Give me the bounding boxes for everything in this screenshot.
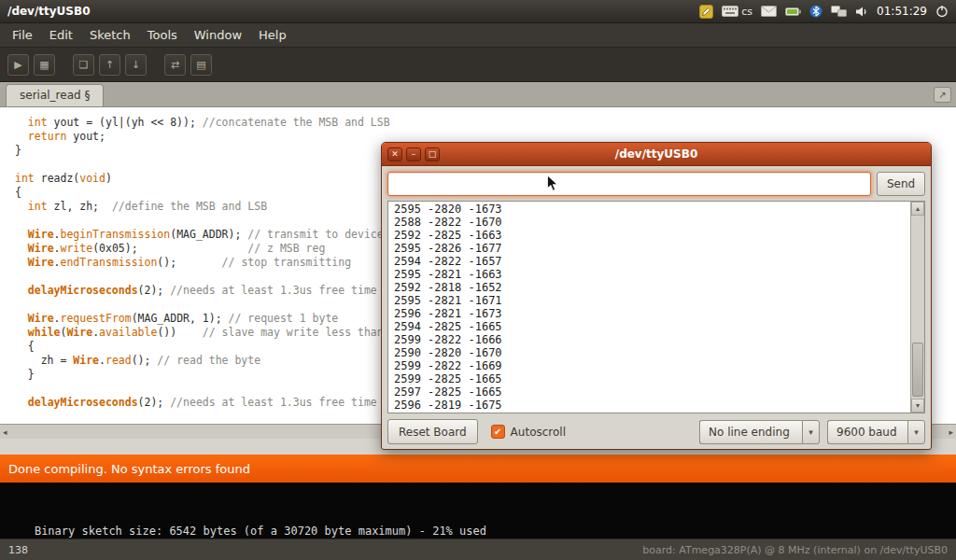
serial-input-row: Send <box>387 172 925 196</box>
volume-icon[interactable] <box>855 6 868 18</box>
compile-status-message: Done compiling. No syntax errors found <box>8 462 250 476</box>
send-button[interactable]: Send <box>877 172 925 196</box>
serial-vertical-scrollbar[interactable]: ▴ ▾ <box>910 202 924 413</box>
serial-output-line: 2595 -2821 -1671 <box>394 294 921 307</box>
scroll-left-icon[interactable]: ◂ <box>3 427 7 437</box>
menu-window[interactable]: Window <box>186 24 250 46</box>
tab-serial-read[interactable]: serial_read § <box>6 84 104 106</box>
menu-tools[interactable]: Tools <box>139 24 186 46</box>
maximize-button[interactable]: □ <box>425 147 440 161</box>
chevron-down-icon[interactable]: ▾ <box>802 420 820 444</box>
autoscroll-label: Autoscroll <box>511 426 566 439</box>
scrollbar-thumb[interactable] <box>912 343 923 397</box>
open-button[interactable]: ↑ <box>99 54 120 76</box>
serial-output-area[interactable]: 2595 -2820 -16732588 -2822 -16702592 -28… <box>387 201 925 413</box>
stop-button[interactable]: ▦ <box>34 54 55 76</box>
serial-monitor-window: /dev/ttyUSB0 ✕ – □ Send 2595 -2820 -1673… <box>381 142 932 450</box>
power-icon[interactable] <box>935 5 949 18</box>
serial-monitor-button[interactable]: ▤ <box>190 54 212 76</box>
mouse-cursor <box>546 175 558 196</box>
serial-monitor-titlebar[interactable]: /dev/ttyUSB0 ✕ – □ <box>382 143 931 166</box>
menubar: FileEditSketchToolsWindowHelp <box>0 23 956 48</box>
new-sketch-button[interactable]: ❏ <box>73 54 94 76</box>
notes-indicator-icon[interactable] <box>699 5 713 19</box>
line-ending-select[interactable]: No line ending ▾ <box>699 420 820 444</box>
scroll-down-icon[interactable]: ▾ <box>911 399 924 413</box>
menu-edit[interactable]: Edit <box>41 24 81 46</box>
serial-output-line: 2596 -2821 -1673 <box>394 307 921 320</box>
keyboard-layout-indicator[interactable]: cs <box>722 6 752 18</box>
menu-help[interactable]: Help <box>250 24 295 46</box>
board-info: board: ATmega328P(A) @ 8 MHz (internal) … <box>642 544 948 556</box>
keyboard-icon <box>722 6 738 17</box>
mail-icon[interactable] <box>761 6 777 17</box>
tab-menu-button[interactable]: ↗ <box>934 87 951 103</box>
baud-rate-select[interactable]: 9600 baud ▾ <box>827 420 925 444</box>
serial-monitor-controls: Reset Board ✔ Autoscroll No line ending … <box>387 419 925 444</box>
serial-output-line: 2599 -2822 -1669 <box>394 359 921 372</box>
compile-status-bar: Done compiling. No syntax errors found <box>0 455 956 483</box>
serial-output-lines: 2595 -2820 -16732588 -2822 -16702592 -28… <box>388 202 924 412</box>
serial-output-line: 2597 -2825 -1665 <box>394 385 921 399</box>
window-controls: ✕ – □ <box>387 147 440 161</box>
menu-file[interactable]: File <box>4 24 41 46</box>
serial-output-line: 2599 -2825 -1665 <box>394 372 921 385</box>
ide-toolbar: ▶▦❏↑↓⇄▤ <box>0 48 956 82</box>
serial-output-line: 2595 -2826 -1677 <box>394 242 921 255</box>
battery-icon[interactable] <box>785 7 801 17</box>
ide-footer: 138 board: ATmega328P(A) @ 8 MHz (intern… <box>0 539 956 560</box>
serial-monitor-title: /dev/ttyUSB0 <box>382 147 931 161</box>
system-tray: cs 01:51:29 <box>699 5 956 19</box>
network-icon[interactable] <box>831 6 847 18</box>
cursor-line-number: 138 <box>8 544 28 556</box>
desktop-screen: /dev/ttyUSB0 cs 01:51:29 FileEditSketchT… <box>0 0 956 560</box>
serial-output-line: 2599 -2822 -1666 <box>394 333 921 346</box>
serial-output-line: 2594 -2825 -1665 <box>394 320 921 333</box>
save-button[interactable]: ↓ <box>125 54 147 76</box>
serial-output-line: 2592 -2818 -1652 <box>394 281 921 294</box>
serial-output-line: 2595 -2821 -1663 <box>394 268 921 281</box>
serial-monitor-body: Send 2595 -2820 -16732588 -2822 -1670259… <box>382 166 931 450</box>
scroll-up-icon[interactable]: ▴ <box>911 202 924 216</box>
serial-output-line: 2592 -2825 -1663 <box>394 229 921 242</box>
scroll-right-icon[interactable]: ▸ <box>949 427 953 437</box>
chevron-down-icon[interactable]: ▾ <box>907 420 925 444</box>
bluetooth-icon[interactable] <box>809 5 822 18</box>
keyboard-layout-label: cs <box>741 6 752 18</box>
window-title: /dev/ttyUSB0 <box>0 5 699 18</box>
serial-output-line: 2594 -2822 -1657 <box>394 255 921 268</box>
upload-button[interactable]: ⇄ <box>164 54 186 76</box>
serial-output-line: 2596 -2819 -1675 <box>394 399 921 412</box>
system-top-bar: /dev/ttyUSB0 cs 01:51:29 <box>0 0 956 23</box>
serial-send-input[interactable] <box>387 172 871 196</box>
serial-output-line: 2595 -2820 -1673 <box>394 203 921 216</box>
menu-sketch[interactable]: Sketch <box>81 24 139 46</box>
code-line: int yout = (yl|(yh << 8)); //concatenate… <box>15 116 956 130</box>
baud-rate-value: 9600 baud <box>827 420 907 444</box>
minimize-button[interactable]: – <box>406 147 421 161</box>
line-ending-value: No line ending <box>699 420 802 444</box>
build-console-text: Binary sketch size: 6542 bytes (of a 307… <box>35 525 486 538</box>
serial-output-line: 2588 -2822 -1670 <box>394 216 921 229</box>
reset-board-button[interactable]: Reset Board <box>387 419 478 444</box>
close-button[interactable]: ✕ <box>387 147 402 161</box>
clock[interactable]: 01:51:29 <box>877 5 927 18</box>
serial-output-line: 2590 -2820 -1670 <box>394 346 921 359</box>
build-console: Binary sketch size: 6542 bytes (of a 307… <box>0 483 956 539</box>
verify-button[interactable]: ▶ <box>7 54 29 76</box>
autoscroll-checkbox[interactable]: ✔ <box>491 425 505 439</box>
tab-bar: serial_read § ↗ <box>0 82 956 107</box>
